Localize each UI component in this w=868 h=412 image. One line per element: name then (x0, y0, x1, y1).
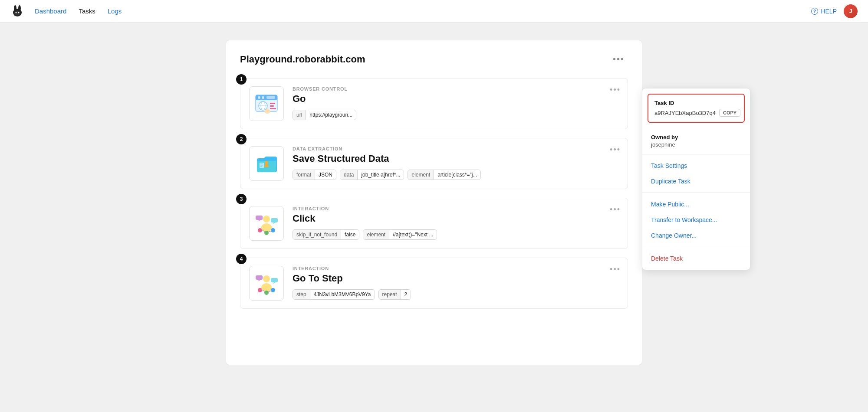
step-icon-goto (249, 266, 284, 301)
step-name: Save Structured Data (293, 153, 619, 164)
owned-by-section: Owned by josephine (642, 128, 750, 154)
svg-rect-29 (256, 216, 263, 220)
step-name: Go To Step (293, 273, 619, 284)
step-menu-button[interactable]: ••• (610, 85, 621, 95)
svg-point-4 (16, 12, 17, 13)
task-panel-header: Playground.roborabbit.com ••• (240, 52, 628, 66)
step-number: 1 (236, 74, 247, 85)
param-pair: repeat 2 (378, 289, 411, 300)
dropdown-panel: Task ID a9RAJYEbXapBo3D7q4 COPY Owned by… (642, 88, 750, 270)
task-id-row: a9RAJYEbXapBo3D7q4 COPY (654, 109, 738, 117)
step-details: DATA EXTRACTION Save Structured Data for… (293, 146, 619, 180)
step-category: BROWSER CONTROL (293, 86, 619, 92)
step-category: INTERACTION (293, 206, 619, 211)
svg-point-34 (264, 231, 269, 235)
step-card: 1 (240, 78, 628, 129)
step-card: 3 (240, 198, 628, 249)
param-key: url (293, 110, 306, 120)
navbar-right: ? HELP J (811, 4, 858, 18)
param-val: 2 (401, 290, 411, 299)
svg-rect-18 (270, 108, 276, 109)
step-params: url https://playgroun... (293, 110, 619, 120)
task-settings-button[interactable]: Task Settings (642, 158, 750, 173)
step-name: Go (293, 93, 619, 105)
logo (10, 4, 24, 18)
svg-point-38 (263, 275, 270, 282)
param-pair: url https://playgroun... (293, 110, 356, 120)
step-menu-button[interactable]: ••• (610, 145, 621, 154)
step-number: 3 (236, 194, 247, 204)
main-content: Playground.roborabbit.com ••• 1 (0, 23, 868, 383)
svg-point-46 (271, 288, 275, 292)
navbar: Dashboard Tasks Logs ? HELP J (0, 0, 868, 23)
menu-actions-1: Task Settings Duplicate Task (642, 154, 750, 193)
param-val: false (341, 230, 359, 239)
transfer-workspace-button[interactable]: Transfer to Workspace... (642, 212, 750, 228)
svg-point-11 (262, 96, 264, 99)
svg-point-33 (258, 228, 262, 232)
step-number: 2 (236, 134, 247, 144)
step-icon-save (249, 146, 284, 181)
nav-links: Dashboard Tasks Logs (35, 7, 122, 15)
svg-rect-16 (270, 103, 275, 104)
svg-rect-20 (266, 108, 268, 112)
task-id-label: Task ID (654, 100, 738, 106)
param-key: data (340, 170, 358, 180)
task-panel: Playground.roborabbit.com ••• 1 (226, 40, 642, 365)
avatar-initials: J (849, 8, 852, 14)
svg-point-5 (18, 12, 20, 13)
param-key: element (408, 170, 434, 180)
step-details: INTERACTION Go To Step step 4JN3vLbM3MV6… (293, 266, 619, 300)
param-pair: format JSON (293, 170, 336, 180)
step-menu-button[interactable]: ••• (610, 205, 621, 214)
nav-dashboard[interactable]: Dashboard (35, 7, 66, 15)
task-panel-menu-button[interactable]: ••• (609, 52, 628, 66)
duplicate-task-button[interactable]: Duplicate Task (642, 173, 750, 189)
param-key: step (293, 290, 310, 299)
step-icon-click (249, 206, 284, 241)
param-val: //a[text()="Next ... (389, 230, 437, 239)
svg-marker-30 (258, 220, 261, 222)
step-details: INTERACTION Click skip_if_not_found fals… (293, 206, 619, 240)
svg-rect-31 (271, 218, 278, 222)
param-key: repeat (379, 290, 401, 299)
svg-point-45 (264, 291, 269, 295)
nav-tasks[interactable]: Tasks (79, 7, 95, 15)
svg-marker-41 (258, 280, 261, 281)
svg-point-44 (258, 288, 262, 292)
steps-list: 1 (240, 78, 628, 309)
owned-by-name: josephine (651, 141, 741, 148)
delete-task-button[interactable]: Delete Task (642, 251, 750, 266)
make-public-button[interactable]: Make Public... (642, 196, 750, 212)
step-params: format JSON data job_title a[href*... el… (293, 170, 619, 180)
step-card: 2 (240, 138, 628, 189)
copy-button[interactable]: COPY (719, 109, 740, 117)
param-val: article[class*="j... (434, 170, 480, 180)
help-label: HELP (821, 8, 837, 15)
help-button[interactable]: ? HELP (811, 8, 837, 15)
task-id-section: Task ID a9RAJYEbXapBo3D7q4 COPY (648, 94, 745, 123)
nav-logs[interactable]: Logs (108, 7, 122, 15)
param-val: job_title a[href*... (358, 170, 404, 180)
owned-by-label: Owned by (651, 134, 741, 141)
svg-marker-43 (273, 282, 276, 284)
step-details: BROWSER CONTROL Go url https://playgroun… (293, 86, 619, 120)
svg-point-1 (14, 5, 16, 11)
svg-rect-12 (266, 96, 275, 99)
svg-rect-42 (271, 278, 278, 282)
svg-marker-32 (273, 222, 276, 224)
step-params: step 4JN3vLbM3MV6BpV9Ya repeat 2 (293, 289, 619, 300)
param-val: 4JN3vLbM3MV6BpV9Ya (310, 290, 375, 299)
step-icon-go (249, 86, 284, 121)
svg-point-35 (271, 228, 275, 232)
step-menu-button[interactable]: ••• (610, 265, 621, 274)
step-name: Click (293, 213, 619, 224)
param-key: format (293, 170, 315, 180)
change-owner-button[interactable]: Change Owner... (642, 228, 750, 243)
user-avatar[interactable]: J (844, 4, 858, 18)
svg-point-10 (258, 96, 260, 99)
step-card: 4 (240, 258, 628, 309)
svg-text:?: ? (813, 9, 816, 14)
svg-rect-40 (256, 275, 263, 280)
param-pair: data job_title a[href*... (340, 170, 404, 180)
